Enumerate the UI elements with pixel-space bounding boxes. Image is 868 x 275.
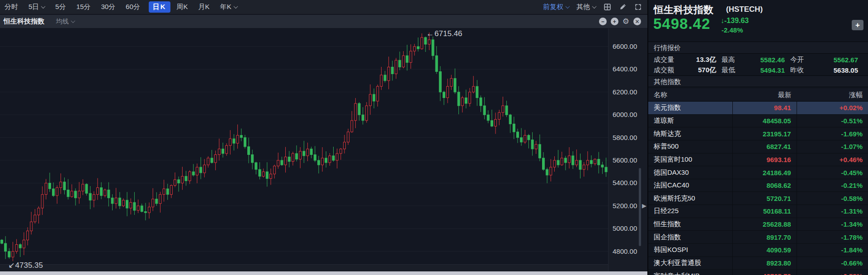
quote-成交量: 成交量13.3亿 xyxy=(654,55,722,65)
index-last: 6827.41 xyxy=(733,140,797,153)
section-quote-title: 行情报价 xyxy=(648,42,868,54)
index-row-国企指数[interactable]: 国企指数8917.70-1.78% xyxy=(648,231,868,244)
index-name: 欧洲斯托克50 xyxy=(648,192,733,205)
index-change: -1.84% xyxy=(797,244,868,256)
index-last: 24186.49 xyxy=(733,166,797,179)
index-last: 4090.59 xyxy=(733,244,797,256)
index-name: 法国CAC40 xyxy=(648,179,733,192)
index-name: 韩国KOSPI xyxy=(648,244,733,256)
period-tab-周K[interactable]: 周K xyxy=(177,3,188,11)
bottom-divider-strip xyxy=(0,271,647,275)
period-tab-5日[interactable]: 5日 xyxy=(28,3,45,11)
left-arrow-icon: ← xyxy=(426,29,434,38)
index-change: +0.58% xyxy=(797,270,868,275)
index-name: 德国DAX30 xyxy=(648,166,733,179)
quote-今开: 今开5562.67 xyxy=(790,55,859,65)
scrollbar-thumb[interactable] xyxy=(639,168,641,246)
index-change: +0.02% xyxy=(797,102,868,114)
ma-dropdown[interactable]: 均线 xyxy=(56,18,75,26)
stock-chart-window: 分时5日5分15分30分60分日K周K月K年K 前复权 其他 恒生科技指数 均线… xyxy=(0,0,868,275)
index-row-日经225[interactable]: 日经22550168.11-1.31% xyxy=(648,205,868,218)
period-tab-15分[interactable]: 15分 xyxy=(76,3,91,11)
period-tab-30分[interactable]: 30分 xyxy=(101,3,115,11)
quote-label: 昨收 xyxy=(790,66,804,75)
index-change: -0.58% xyxy=(797,192,868,205)
brush-icon[interactable] xyxy=(618,3,627,11)
peak-annotation: ←6715.46 xyxy=(426,29,462,38)
index-change: -1.34% xyxy=(797,218,868,231)
index-name: 美元指数 xyxy=(648,102,733,114)
zoom-in-icon[interactable]: + xyxy=(611,18,618,25)
quote-value: 5638.05 xyxy=(834,66,859,74)
y-axis-label: 6000.00 xyxy=(613,111,637,118)
index-row-标普500[interactable]: 标普5006827.41-1.07% xyxy=(648,140,868,154)
layout-grid-icon[interactable] xyxy=(603,3,611,11)
close-icon[interactable]: ✕ xyxy=(633,18,641,25)
period-tab-月K[interactable]: 月K xyxy=(198,3,210,11)
index-row-韩国KOSPI[interactable]: 韩国KOSPI4090.59-1.84% xyxy=(648,244,868,257)
index-name: 国企指数 xyxy=(648,231,733,243)
index-row-德国DAX30[interactable]: 德国DAX3024186.49-0.45% xyxy=(648,166,868,179)
adjust-mode-label: 前复权 xyxy=(543,3,563,11)
index-row-欧洲斯托克50[interactable]: 欧洲斯托克505720.71-0.58% xyxy=(648,192,868,205)
index-name: 恒生指数 xyxy=(648,218,733,231)
price-change: ↓-139.63 xyxy=(721,17,749,25)
period-tab-分时[interactable]: 分时 xyxy=(5,3,18,11)
panel-collapse-icon[interactable]: ▶ xyxy=(642,202,646,209)
down-arrow-icon: ↓ xyxy=(721,17,724,24)
quote-value: 570亿 xyxy=(698,66,722,75)
chevron-down-icon xyxy=(592,4,597,9)
y-axis-label: 5200.00 xyxy=(613,202,637,210)
index-name: 澳大利亚普通股 xyxy=(648,257,733,270)
index-last: 9693.16 xyxy=(733,154,797,166)
chart-symbol-label: 恒生科技指数 xyxy=(4,17,44,26)
indices-table-header: 名称 最新 涨幅 xyxy=(648,89,868,102)
peak-value: 6715.46 xyxy=(434,29,462,38)
candlestick-canvas[interactable] xyxy=(0,28,608,272)
index-row-澳大利亚普通股[interactable]: 澳大利亚普通股8923.80-0.66% xyxy=(648,257,868,270)
other-dropdown[interactable]: 其他 xyxy=(576,3,596,11)
quote-成交额: 成交额570亿 xyxy=(654,65,722,75)
index-row-恒生指数[interactable]: 恒生指数25628.88-1.34% xyxy=(648,218,868,231)
index-change: -1.78% xyxy=(797,231,868,243)
adjust-mode-dropdown[interactable]: 前复权 xyxy=(543,3,569,11)
period-tab-年K[interactable]: 年K xyxy=(220,3,237,11)
price-change-pct: -2.48% xyxy=(722,26,743,34)
index-row-法国CAC40[interactable]: 法国CAC408068.62-0.21% xyxy=(648,179,868,192)
quote-grid: 成交量13.3亿最高5582.46今开5562.67成交额570亿最低5494.… xyxy=(648,54,868,75)
quote-label: 成交额 xyxy=(654,66,674,75)
index-last: 43765.72 xyxy=(733,270,797,275)
index-row-纳斯达克[interactable]: 纳斯达克23195.17-1.69% xyxy=(648,127,868,140)
period-tab-日K[interactable]: 日K xyxy=(149,1,170,13)
settings-gear-icon[interactable]: ⚙ xyxy=(623,18,629,25)
candlestick-chart[interactable]: 6600.006400.006200.006000.005800.005600.… xyxy=(0,28,647,275)
index-change: -1.07% xyxy=(797,140,868,153)
index-change: -0.66% xyxy=(797,257,868,270)
chart-subheader: 恒生科技指数 均线 − + ⚙ ✕ xyxy=(0,15,647,28)
y-axis-label: 4800.00 xyxy=(613,247,637,255)
down-left-arrow-icon: ↙ xyxy=(8,261,14,270)
col-header-name: 名称 xyxy=(648,89,733,101)
chevron-down-icon xyxy=(71,19,75,23)
period-tab-60分[interactable]: 60分 xyxy=(126,3,140,11)
index-row-富时意大利MIB[interactable]: 富时意大利MIB43765.72+0.58% xyxy=(648,270,868,275)
index-row-道琼斯[interactable]: 道琼斯48458.05-0.51% xyxy=(648,115,868,128)
index-row-英国富时100[interactable]: 英国富时1009693.16+0.46% xyxy=(648,154,868,167)
index-name: 纳斯达克 xyxy=(648,127,733,140)
add-to-watchlist-button[interactable]: + xyxy=(852,20,863,30)
index-name: 日经225 xyxy=(648,205,733,218)
toolbar-right-group: 前复权 其他 xyxy=(543,3,642,11)
expand-icon[interactable] xyxy=(634,3,642,11)
zoom-out-icon[interactable]: − xyxy=(599,18,607,25)
quote-昨收: 昨收5638.05 xyxy=(790,65,859,75)
last-price: 5498.42 xyxy=(653,15,710,33)
y-axis-label: 5600.00 xyxy=(613,156,637,164)
period-tab-5分[interactable]: 5分 xyxy=(55,3,66,11)
index-last: 50168.11 xyxy=(733,205,797,218)
chevron-down-icon xyxy=(566,4,570,9)
index-row-美元指数[interactable]: 美元指数98.41+0.02% xyxy=(648,102,868,115)
col-header-last: 最新 xyxy=(733,89,797,101)
y-axis-label: 5000.00 xyxy=(613,224,637,232)
quote-label: 最低 xyxy=(722,66,735,75)
quote-label: 今开 xyxy=(790,56,804,64)
